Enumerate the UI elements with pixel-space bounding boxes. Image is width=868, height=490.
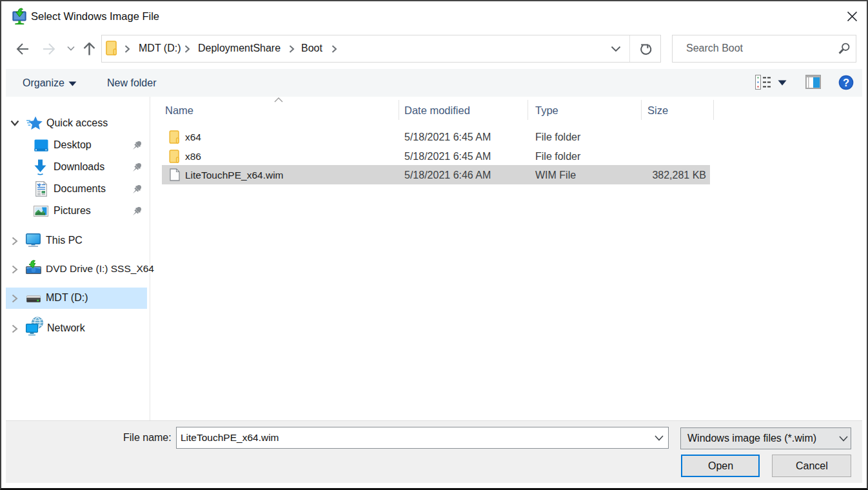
svg-text:?: ? (843, 77, 849, 88)
